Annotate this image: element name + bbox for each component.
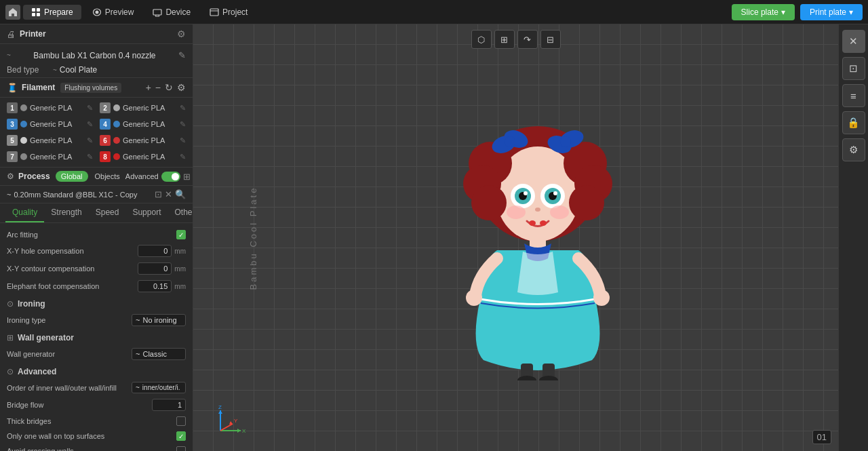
- filament-name-1: Generic PLA: [30, 104, 84, 112]
- bed-type-row: Bed type ~ Cool Plate: [0, 62, 193, 77]
- process-view-icons[interactable]: ⊞: [183, 172, 191, 182]
- wall-generator-section[interactable]: ⊞ Wall generator: [7, 329, 186, 345]
- only-one-wall-row: Only one wall on top surfaces ✓: [7, 429, 186, 444]
- filament-settings-icon[interactable]: ⚙: [177, 82, 186, 93]
- project-tab[interactable]: Project: [201, 5, 256, 20]
- filament-color-7: [20, 153, 27, 160]
- filament-edit-3[interactable]: ✎: [87, 120, 93, 129]
- profile-delete-icon[interactable]: ✕: [165, 189, 172, 199]
- tool-slice-icon[interactable]: ⊟: [540, 30, 561, 49]
- filament-edit-2[interactable]: ✎: [180, 104, 186, 113]
- advanced-section[interactable]: ⊙ Advanced: [7, 363, 186, 379]
- process-icon: ⚙: [7, 172, 14, 181]
- close-button[interactable]: ✕: [842, 30, 865, 53]
- profile-copy-icon[interactable]: ⊡: [155, 189, 162, 199]
- corner-badge: 01: [812, 430, 831, 444]
- bridge-flow-row: Bridge flow: [7, 396, 186, 414]
- printer-settings-icon[interactable]: ⚙: [177, 28, 186, 39]
- svg-rect-2: [32, 13, 35, 16]
- support-tab[interactable]: Support: [125, 203, 167, 222]
- filament-edit-6[interactable]: ✎: [180, 136, 186, 145]
- tool-perspective-icon[interactable]: ⬡: [471, 30, 492, 49]
- flushing-volumes-button[interactable]: Flushing volumes: [60, 83, 121, 93]
- svg-point-28: [553, 191, 557, 195]
- filament-remove-icon[interactable]: −: [155, 82, 161, 93]
- ironing-icon: ⊙: [7, 299, 14, 309]
- ironing-section[interactable]: ⊙ Ironing: [7, 295, 186, 311]
- lock-button[interactable]: 🔒: [842, 111, 865, 134]
- xy-contour-input[interactable]: [138, 262, 172, 275]
- svg-point-40: [539, 376, 558, 380]
- svg-point-27: [524, 191, 528, 195]
- ironing-type-label: Ironing type: [7, 316, 132, 324]
- auto-arrange-button[interactable]: ⊡: [842, 57, 865, 80]
- svg-rect-6: [210, 9, 218, 16]
- filament-edit-4[interactable]: ✎: [180, 120, 186, 129]
- advanced-toggle[interactable]: [161, 172, 180, 182]
- prepare-tab[interactable]: Prepare: [23, 5, 81, 20]
- filament-name-7: Generic PLA: [30, 153, 84, 161]
- ironing-type-row: Ironing type ~ No ironing: [7, 311, 186, 329]
- filament-edit-8[interactable]: ✎: [180, 153, 186, 161]
- xy-hole-row: X-Y hole compensation mm: [7, 242, 186, 260]
- avoid-crossing-row: Avoid crossing walls: [7, 444, 186, 451]
- filament-num-7: 7: [7, 151, 18, 162]
- filament-edit-7[interactable]: ✎: [87, 153, 93, 161]
- filament-name-5: Generic PLA: [30, 136, 84, 144]
- device-tab[interactable]: Device: [144, 5, 199, 20]
- filament-item-6: 6 Generic PLA ✎: [97, 133, 189, 148]
- filament-item-7: 7 Generic PLA ✎: [4, 149, 96, 164]
- xy-hole-input[interactable]: [138, 245, 172, 257]
- home-button[interactable]: [5, 5, 20, 20]
- filament-name-8: Generic PLA: [123, 153, 177, 161]
- print-plate-button[interactable]: Print plate ▾: [800, 4, 863, 20]
- wall-generator-dropdown[interactable]: ~ Classic: [132, 348, 186, 360]
- only-one-wall-checkbox[interactable]: ✓: [176, 431, 186, 441]
- filament-num-2: 2: [100, 102, 111, 113]
- only-one-wall-label: Only one wall on top surfaces: [7, 432, 176, 440]
- thick-bridges-checkbox[interactable]: [176, 416, 186, 426]
- svg-point-17: [505, 136, 515, 147]
- objects-tab[interactable]: Objects: [90, 171, 125, 182]
- elephant-foot-input[interactable]: [138, 280, 172, 292]
- global-tab[interactable]: Global: [56, 171, 88, 182]
- tool-rotate-icon[interactable]: ↷: [517, 30, 538, 49]
- preview-tab[interactable]: Preview: [84, 5, 142, 20]
- settings-wheel-button[interactable]: ⚙: [842, 138, 865, 161]
- speed-tab[interactable]: Speed: [89, 203, 126, 222]
- profile-search-icon[interactable]: 🔍: [175, 189, 186, 199]
- main-layout: 🖨 Printer ⚙ ~ Bambu Lab X1 Carbon 0.4 no…: [0, 24, 868, 451]
- tool-grid-icon[interactable]: ⊞: [494, 30, 515, 49]
- quality-tab[interactable]: Quality: [5, 203, 44, 222]
- ironing-label: Ironing: [18, 299, 45, 309]
- wall-order-dropdown[interactable]: ~ inner/outer/i.: [132, 382, 186, 393]
- filament-sync-icon[interactable]: ↻: [165, 82, 173, 93]
- filament-edit-1[interactable]: ✎: [87, 104, 93, 113]
- profile-name[interactable]: ~ 0.20mm Standard @BBL X1C - Copy: [7, 191, 151, 199]
- process-section-header: ⚙ Process Global Objects Advanced ⊞ ⋯: [0, 167, 193, 186]
- filament-color-8: [113, 153, 120, 160]
- filament-num-4: 4: [100, 119, 111, 130]
- bridge-flow-input[interactable]: [152, 399, 186, 411]
- svg-point-36: [593, 290, 610, 306]
- arc-fitting-checkbox[interactable]: ✓: [176, 230, 186, 239]
- filament-item-1: 1 Generic PLA ✎: [4, 100, 96, 115]
- bed-type-value[interactable]: ~ Cool Plate: [53, 65, 97, 75]
- advanced-section-label: Advanced: [18, 367, 56, 376]
- avoid-crossing-checkbox[interactable]: [176, 446, 186, 451]
- canvas-area[interactable]: ⬡ ⊞ ↷ ⊟ Bambu Cool Plate: [193, 24, 838, 451]
- filament-edit-5[interactable]: ✎: [87, 136, 93, 145]
- filament-icon: 🧵: [7, 83, 18, 93]
- ironing-type-dropdown[interactable]: ~ No ironing: [132, 314, 186, 326]
- filament-add-icon[interactable]: +: [146, 82, 151, 93]
- printer-edit-icon[interactable]: ✎: [178, 50, 186, 60]
- elephant-foot-label: Elephant foot compensation: [7, 282, 138, 290]
- printer-section-header[interactable]: 🖨 Printer ⚙: [0, 24, 193, 44]
- strength-tab[interactable]: Strength: [44, 203, 88, 222]
- quality-tabs: Quality Strength Speed Support Others: [0, 203, 193, 223]
- slice-view-button[interactable]: ≡: [842, 84, 865, 107]
- slice-plate-button[interactable]: Slice plate ▾: [732, 4, 795, 20]
- filament-name-4: Generic PLA: [123, 120, 177, 128]
- others-tab[interactable]: Others: [167, 203, 193, 222]
- doll-model[interactable]: [429, 96, 646, 380]
